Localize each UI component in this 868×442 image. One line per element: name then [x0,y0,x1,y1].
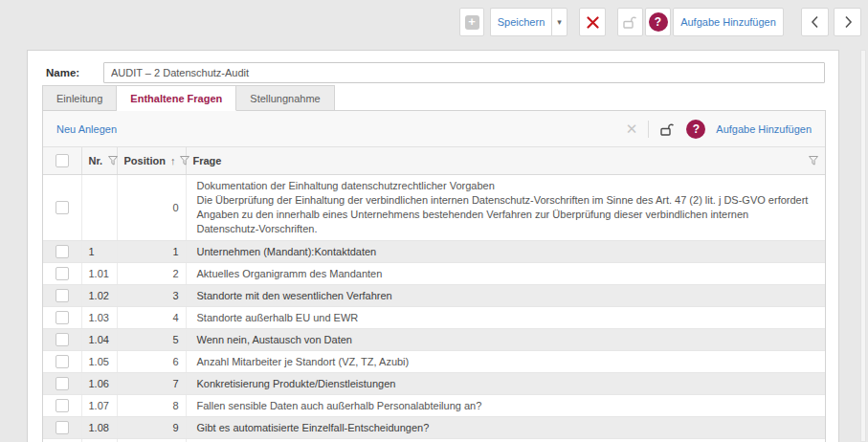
nr-cell [81,174,117,240]
clear-icon[interactable]: ✕ [626,121,638,138]
sort-ascending-icon[interactable]: ↑ [170,155,176,166]
row-checkbox[interactable] [56,421,69,434]
help-icon[interactable]: ? [686,120,705,139]
position-cell: 7 [117,372,186,394]
save-dropdown-button[interactable]: ▾ [551,8,568,36]
row-checkbox[interactable] [56,201,69,214]
column-label: Position [124,155,166,166]
top-toolbar: + Speichern ▾ ? Aufgabe Hinzufügen [459,8,861,36]
question-title: Dokumentation der Einhaltung datenschutz… [197,179,812,192]
tab-einleitung[interactable]: Einleitung [42,85,117,111]
divider [648,121,649,138]
filter-icon[interactable] [180,156,189,166]
previous-button[interactable] [801,8,829,36]
filter-icon[interactable] [108,156,118,166]
chevron-down-icon: ▾ [557,17,562,27]
table-row[interactable]: 1.04 5 Wenn nein, Austausch von Daten [43,328,825,350]
row-checkbox[interactable] [56,355,69,368]
nr-cell: 1.06 [81,372,117,394]
tab-bar: Einleitung Enthaltene Fragen Stellungnah… [42,85,335,111]
table-row[interactable]: 0 Dokumentation der Einhaltung datenschu… [43,174,825,240]
position-cell: 0 [117,174,186,240]
table-row[interactable]: 1.03 4 Standorte außerhalb EU und EWR [43,306,825,328]
name-row: Name: [46,62,825,83]
position-cell: 2 [117,262,186,284]
add-task-link[interactable]: Aufgabe Hinzufügen [716,123,812,135]
column-header-frage[interactable]: Frage [186,147,825,174]
table-row[interactable]: 1.02 3 Standorte mit den wesentlichen Ve… [43,284,825,306]
position-cell: 10 [117,438,186,442]
name-label: Name: [46,67,103,78]
help-icon: ? [649,12,668,32]
frage-cell: Standorte außerhalb EU und EWR [186,306,825,328]
frage-cell: Konkretisierung Produkte/Dienstleistunge… [186,372,825,394]
position-cell: 9 [117,416,186,438]
row-checkbox[interactable] [56,245,69,258]
frage-cell: Aktuelles Organigramm des Mandanten [186,262,825,284]
row-checkbox[interactable] [56,289,69,302]
next-button[interactable] [834,8,861,36]
filter-icon[interactable] [809,156,818,166]
close-icon [587,16,599,29]
chevron-right-icon [841,14,855,30]
frage-cell: Standorte mit den wesentlichen Verfahren [186,284,825,306]
column-header-position[interactable]: Position ↑ [117,147,186,174]
tab-enthaltene-fragen[interactable]: Enthaltene Fragen [117,85,236,111]
nr-cell: 1.01 [81,262,117,284]
question-body: Die Überprüfung der Einhaltung der verbi… [197,193,812,236]
add-new-button[interactable]: + [459,8,484,36]
unlock-button[interactable] [617,8,643,36]
position-cell: 1 [117,240,186,262]
select-all-header [43,147,81,174]
chevron-left-icon [809,14,822,30]
questions-table: Nr. Position ↑ [43,147,825,442]
row-checkbox[interactable] [56,333,69,346]
save-button[interactable]: Speichern [490,8,551,36]
frage-cell: Anzahl Mitarbeiter je Standort (VZ, TZ, … [186,350,825,372]
table-row[interactable]: 1.09 10 Werden auch personenbezogene Dat… [43,438,825,442]
row-checkbox[interactable] [56,311,69,324]
frage-cell: Dokumentation der Einhaltung datenschutz… [186,174,825,240]
column-label: Frage [193,155,222,166]
select-all-checkbox[interactable] [56,154,69,167]
nr-cell: 1.03 [81,306,117,328]
table-row[interactable]: 1.05 6 Anzahl Mitarbeiter je Standort (V… [43,350,825,372]
table-row[interactable]: 1.08 9 Gibt es automatisierte Einzelfall… [43,416,825,438]
nr-cell: 1.02 [81,284,117,306]
unlock-icon[interactable] [659,122,676,137]
audit-detail-card: Name: Einleitung Enthaltene Fragen Stell… [27,50,839,442]
questions-panel: Neu Anlegen ✕ ? Aufgabe Hinzufügen [42,110,826,442]
add-task-button[interactable]: Aufgabe Hinzufügen [673,8,784,36]
table-row[interactable]: 1.01 2 Aktuelles Organigramm des Mandant… [43,262,825,284]
table-header-row: Nr. Position ↑ [43,147,825,174]
row-checkbox[interactable] [56,267,69,280]
delete-button[interactable] [579,8,606,36]
vertical-scrollbar[interactable] [860,50,866,442]
unlock-icon [622,14,638,30]
create-new-link[interactable]: Neu Anlegen [56,123,117,135]
table-row[interactable]: 1.06 7 Konkretisierung Produkte/Dienstle… [43,372,825,394]
frage-cell: Werden auch personenbezogene Daten von K… [186,438,825,442]
table-row[interactable]: 1 1 Unternehmen (Mandant):Kontaktdaten [43,240,825,262]
add-plus-icon: + [465,15,479,30]
nr-cell: 1.04 [81,328,117,350]
nr-cell: 1 [81,240,117,262]
row-checkbox[interactable] [56,399,69,412]
nr-cell: 1.09 [81,438,117,442]
row-checkbox[interactable] [56,377,69,390]
grid-toolbar: Neu Anlegen ✕ ? Aufgabe Hinzufügen [43,111,825,147]
position-cell: 4 [117,306,186,328]
column-header-nr[interactable]: Nr. [81,147,117,174]
frage-cell: Wenn nein, Austausch von Daten [186,328,825,350]
column-label: Nr. [89,155,103,166]
name-input[interactable] [103,62,825,83]
nr-cell: 1.08 [81,416,117,438]
table-row[interactable]: 1.07 8 Fallen sensible Daten auch außerh… [43,394,825,416]
help-button[interactable]: ? [645,8,671,36]
frage-cell: Gibt es automatisierte Einzelfall-Entsch… [186,416,825,438]
frage-cell: Unternehmen (Mandant):Kontaktdaten [186,240,825,262]
position-cell: 5 [117,328,186,350]
position-cell: 3 [117,284,186,306]
nr-cell: 1.07 [81,394,117,416]
tab-stellungnahme[interactable]: Stellungnahme [236,85,334,111]
